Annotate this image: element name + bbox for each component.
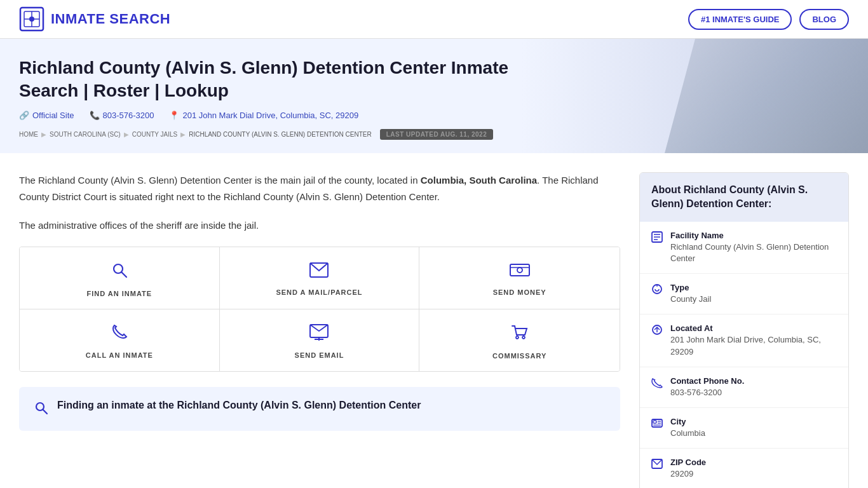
about-item-icon-0 [651, 231, 663, 245]
about-item: Facility Name Richland County (Alvin S. … [640, 222, 848, 274]
action-grid: FIND AN INMATE SEND A MAIL/PARCEL [19, 247, 620, 372]
about-item-content-2: Located At 201 John Mark Dial Drive, Col… [670, 323, 837, 357]
send-mail-cell[interactable]: SEND A MAIL/PARCEL [220, 247, 420, 309]
svg-point-4 [29, 17, 34, 22]
send-email-label: SEND EMAIL [295, 351, 344, 359]
finding-section: Finding an inmate at the Richland County… [19, 387, 620, 431]
breadcrumb-home[interactable]: HOME [19, 131, 38, 138]
send-mail-icon [309, 262, 329, 282]
about-item-value-3: 803-576-3200 [670, 387, 744, 398]
description-paragraph-1: The Richland County (Alvin S. Glenn) Det… [19, 172, 620, 205]
about-item-content-4: City Columbia [670, 417, 705, 439]
breadcrumb: HOME ▶ SOUTH CAROLINA (SC) ▶ COUNTY JAIL… [19, 129, 849, 140]
breadcrumb-state[interactable]: SOUTH CAROLINA (SC) [50, 131, 121, 138]
about-item-value-5: 29209 [670, 468, 706, 480]
link-icon: 🔗 [19, 111, 29, 120]
about-item-value-0: Richland County (Alvin S. Glenn) Detenti… [670, 241, 837, 264]
breadcrumb-category[interactable]: COUNTY JAILS [132, 131, 178, 138]
call-inmate-cell[interactable]: CALL AN INMATE [20, 309, 220, 371]
address-meta: 📍 201 John Mark Dial Drive, Columbia, SC… [169, 111, 358, 120]
about-item-content-3: Contact Phone No. 803-576-3200 [670, 376, 744, 398]
svg-line-17 [43, 409, 48, 414]
find-inmate-label: FIND AN INMATE [87, 290, 153, 297]
call-inmate-icon [111, 324, 128, 345]
call-inmate-label: CALL AN INMATE [86, 351, 153, 359]
main-content: The Richland County (Alvin S. Glenn) Det… [19, 172, 639, 431]
about-item-label-4: City [670, 417, 705, 426]
svg-point-15 [522, 336, 525, 339]
blog-button[interactable]: BLOG [799, 9, 849, 30]
description-paragraph-2: The administrative offices of the sherif… [19, 217, 620, 234]
action-row-2: CALL AN INMATE SEND EMAIL [20, 309, 620, 371]
official-site-link[interactable]: 🔗 Official Site [19, 111, 74, 120]
commissary-label: COMMISSARY [492, 352, 546, 360]
about-box: About Richland County (Alvin S. Glenn) D… [639, 172, 849, 488]
sidebar-items: Facility Name Richland County (Alvin S. … [640, 222, 848, 488]
logo-icon [19, 6, 44, 32]
main-container: The Richland County (Alvin S. Glenn) Det… [0, 153, 868, 488]
send-money-cell[interactable]: SEND MONEY [419, 247, 620, 309]
about-item-icon-1 [651, 283, 663, 297]
svg-line-6 [121, 272, 126, 277]
about-item-label-1: Type [670, 283, 711, 292]
send-money-icon [510, 262, 530, 282]
finding-search-icon [34, 401, 48, 418]
send-mail-label: SEND A MAIL/PARCEL [276, 288, 362, 296]
about-header: About Richland County (Alvin S. Glenn) D… [640, 173, 848, 222]
phone-icon: 📞 [90, 111, 100, 120]
hero-section: Richland County (Alvin S. Glenn) Detenti… [0, 39, 868, 153]
about-item-icon-2 [651, 324, 663, 338]
hero-meta: 🔗 Official Site 📞 803-576-3200 📍 201 Joh… [19, 111, 849, 120]
about-item-content-1: Type County Jail [670, 283, 711, 305]
action-row-1: FIND AN INMATE SEND A MAIL/PARCEL [20, 247, 620, 309]
site-header: INMATE SEARCH #1 INMATE'S GUIDE BLOG [0, 0, 868, 39]
about-item-content-0: Facility Name Richland County (Alvin S. … [670, 231, 837, 264]
guide-button[interactable]: #1 INMATE'S GUIDE [688, 9, 792, 30]
logo-text: INMATE SEARCH [51, 11, 170, 27]
find-inmate-cell[interactable]: FIND AN INMATE [20, 247, 220, 309]
sidebar: About Richland County (Alvin S. Glenn) D… [639, 172, 849, 488]
about-item-label-3: Contact Phone No. [670, 376, 744, 386]
about-item-value-1: County Jail [670, 294, 711, 305]
about-item-icon-3 [651, 377, 663, 391]
about-item: Type County Jail [640, 274, 848, 315]
page-title: Richland County (Alvin S. Glenn) Detenti… [19, 57, 559, 103]
commissary-icon [511, 323, 529, 346]
finding-title: Finding an inmate at the Richland County… [57, 400, 421, 411]
svg-rect-8 [510, 264, 529, 276]
breadcrumb-current: RICHLAND COUNTY (ALVIN S. GLENN) DETENTI… [189, 131, 371, 138]
commissary-cell[interactable]: COMMISSARY [419, 309, 620, 371]
svg-point-9 [517, 268, 522, 273]
about-item: ZIP Code 29209 [640, 449, 848, 488]
send-email-icon [309, 324, 329, 345]
about-item-icon-5 [651, 458, 663, 472]
about-item-icon-4 [651, 417, 663, 431]
last-updated-badge: LAST UPDATED AUG. 11, 2022 [380, 129, 494, 140]
svg-rect-27 [653, 421, 656, 423]
send-email-cell[interactable]: SEND EMAIL [220, 309, 420, 371]
svg-point-14 [516, 336, 519, 339]
about-item: Located At 201 John Mark Dial Drive, Col… [640, 315, 848, 367]
find-inmate-icon [111, 261, 128, 283]
about-item: Contact Phone No. 803-576-3200 [640, 367, 848, 408]
location-icon: 📍 [169, 111, 179, 120]
about-item-value-2: 201 John Mark Dial Drive, Columbia, SC, … [670, 334, 837, 357]
send-money-label: SEND MONEY [493, 288, 546, 296]
about-item-value-4: Columbia [670, 428, 705, 439]
header-nav: #1 INMATE'S GUIDE BLOG [688, 9, 849, 30]
about-item-label-5: ZIP Code [670, 458, 706, 467]
phone-meta: 📞 803-576-3200 [90, 111, 154, 120]
about-item-label-2: Located At [670, 323, 837, 333]
about-item-content-5: ZIP Code 29209 [670, 458, 706, 480]
about-item-label-0: Facility Name [670, 231, 837, 240]
logo-area: INMATE SEARCH [19, 6, 170, 32]
about-item: City Columbia [640, 408, 848, 449]
